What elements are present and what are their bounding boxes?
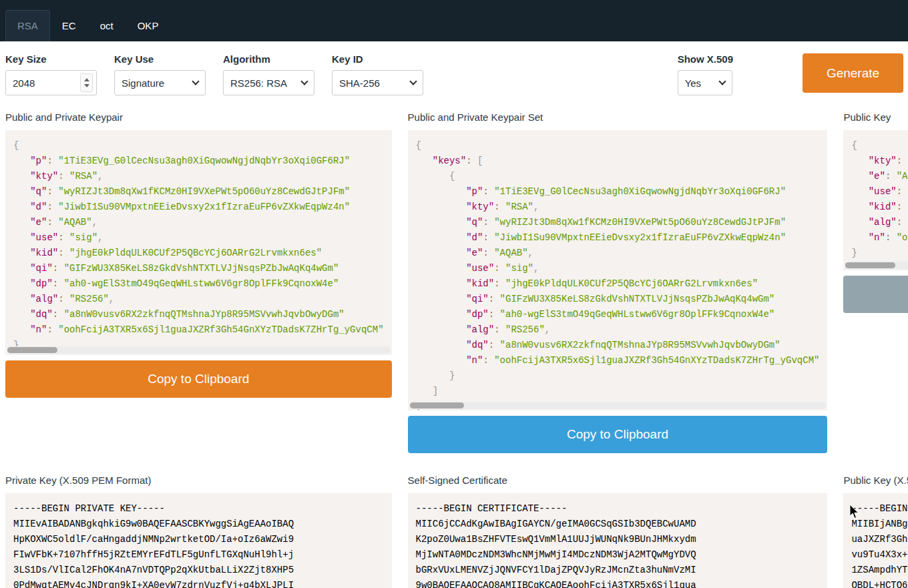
show-x509-value: Yes <box>685 77 716 89</box>
tab-okp[interactable]: OKP <box>126 10 171 41</box>
certificate-pem-code: -----BEGIN CERTIFICATE----- MIIC6jCCAdKg… <box>408 493 828 588</box>
section-public-key-pem: Public Key (X.509 PEM Format) -----BEGIN… <box>843 475 908 588</box>
tab-oct[interactable]: oct <box>88 10 126 41</box>
chevron-down-icon <box>192 77 199 85</box>
show-x509-select[interactable]: Yes <box>678 70 732 95</box>
show-x509-label: Show X.509 <box>678 53 733 65</box>
number-spinner[interactable] <box>80 73 93 92</box>
panel-keypair-set: Public and Private Keypair Set { "keys":… <box>408 111 828 453</box>
key-id-group: Key ID SHA-256 <box>332 53 423 95</box>
chevron-down-icon <box>300 77 308 85</box>
show-x509-group: Show X.509 Yes <box>678 53 733 95</box>
panel-public-key: Public Key { "kty": "RSA", "e": "AQAB", … <box>843 111 908 313</box>
horizontal-scrollbar[interactable] <box>409 402 827 409</box>
key-id-value: SHA-256 <box>339 77 407 89</box>
algorithm-label: Algorithm <box>223 53 314 65</box>
panel-public-key-title: Public Key <box>843 111 908 123</box>
key-size-label: Key Size <box>5 53 97 65</box>
panel-keypair-set-title: Public and Private Keypair Set <box>408 111 828 123</box>
generator-form: Key Size 2048 Key Use Signature Algorith… <box>0 41 908 95</box>
keypair-json-code: { "p": "1TiE3EVg_G0lCecNsu3agh0XiGqwowNg… <box>5 130 392 355</box>
algorithm-value: RS256: RSA <box>230 77 298 89</box>
public-key-pem-code: -----BEGIN PUBLIC KEY----- MIIBIjANBgkqh… <box>843 493 908 588</box>
algorithm-select[interactable]: RS256: RSA <box>223 70 314 95</box>
results-grid: Public and Private Keypair { "p": "1TiE3… <box>0 111 908 588</box>
copy-keypair-button[interactable]: Copy to Clipboard <box>5 360 392 398</box>
tab-rsa[interactable]: RSA <box>5 10 50 41</box>
key-size-group: Key Size 2048 <box>5 53 97 95</box>
tab-ec[interactable]: EC <box>50 10 88 41</box>
key-size-value: 2048 <box>13 77 80 89</box>
section-certificate: Self-Signed Certificate -----BEGIN CERTI… <box>408 475 828 588</box>
scrollbar-thumb[interactable] <box>7 347 57 353</box>
public-key-pem-title: Public Key (X.509 PEM Format) <box>843 475 908 487</box>
spinner-down-icon[interactable] <box>84 84 89 87</box>
scrollbar-thumb[interactable] <box>845 262 895 268</box>
key-id-select[interactable]: SHA-256 <box>332 70 423 95</box>
key-size-input[interactable]: 2048 <box>5 70 97 95</box>
horizontal-scrollbar[interactable] <box>845 262 908 269</box>
algorithm-group: Algorithm RS256: RSA <box>223 53 314 95</box>
scrollbar-thumb[interactable] <box>410 402 464 408</box>
generate-button[interactable]: Generate <box>803 53 903 93</box>
key-use-value: Signature <box>122 77 189 89</box>
key-use-group: Key Use Signature <box>114 53 206 95</box>
panel-keypair-title: Public and Private Keypair <box>5 111 392 123</box>
chevron-down-icon <box>409 77 417 85</box>
copy-keypair-set-button[interactable]: Copy to Clipboard <box>408 416 828 453</box>
panel-keypair: Public and Private Keypair { "p": "1TiE3… <box>5 111 392 398</box>
key-use-label: Key Use <box>114 53 206 65</box>
section-private-key-pem: Private Key (X.509 PEM Format) -----BEGI… <box>5 475 392 588</box>
spinner-up-icon[interactable] <box>84 78 89 81</box>
key-id-label: Key ID <box>332 53 423 65</box>
top-navbar: RSA EC oct OKP <box>0 0 908 41</box>
private-key-pem-code: -----BEGIN PRIVATE KEY----- MIIEvAIBADAN… <box>5 493 392 588</box>
key-use-select[interactable]: Signature <box>114 70 206 95</box>
chevron-down-icon <box>718 77 726 85</box>
keypair-set-json-code: { "keys": [ { "p": "1TiE3EVg_G0lCecNsu3a… <box>408 130 828 410</box>
horizontal-scrollbar[interactable] <box>7 346 391 354</box>
public-key-json-code: { "kty": "RSA", "e": "AQAB", "use": "sig… <box>843 130 908 270</box>
certificate-title: Self-Signed Certificate <box>408 475 828 487</box>
private-key-pem-title: Private Key (X.509 PEM Format) <box>5 475 392 487</box>
copy-public-key-button[interactable]: Copy to Clipboard <box>843 276 908 313</box>
